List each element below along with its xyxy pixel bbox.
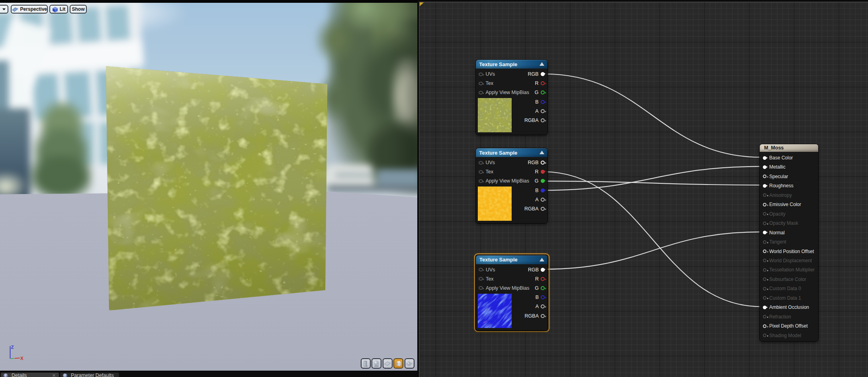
svg-text:X: X: [20, 356, 23, 361]
svg-text:Z: Z: [11, 345, 14, 350]
